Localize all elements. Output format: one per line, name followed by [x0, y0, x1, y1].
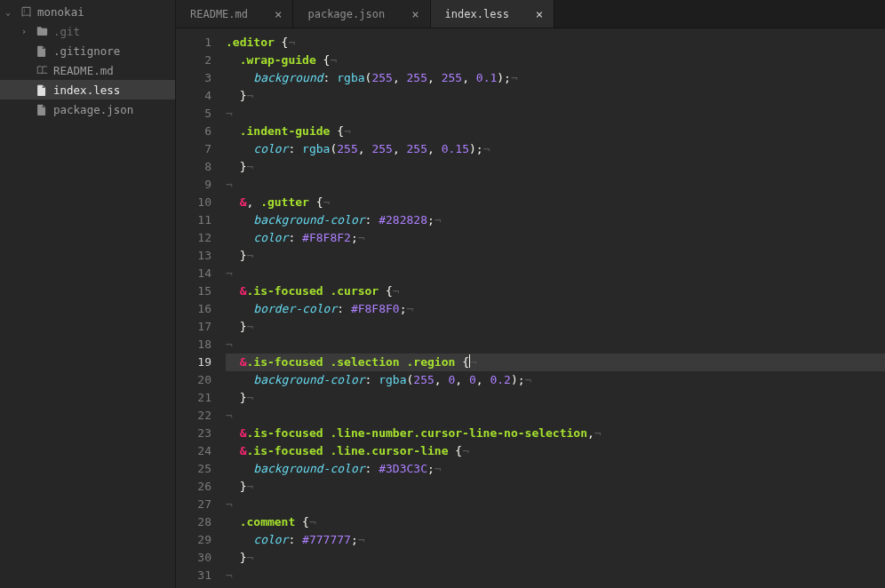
line-number: 17: [176, 318, 211, 336]
tab-packagejson[interactable]: package.json ×: [293, 0, 430, 28]
code-line[interactable]: &, .gutter {¬: [226, 194, 885, 211]
code-line[interactable]: ¬: [226, 105, 885, 123]
code-line[interactable]: color: rgba(255, 255, 255, 0.15);¬: [226, 140, 885, 158]
tree-item-label: index.less: [53, 83, 120, 97]
line-number: 14: [176, 265, 211, 282]
line-number: 27: [176, 496, 211, 513]
close-icon[interactable]: ×: [536, 8, 543, 20]
tab-label: package.json: [307, 8, 385, 20]
line-number: 15: [176, 282, 211, 300]
file-icon: [36, 45, 48, 57]
code-line[interactable]: }¬: [226, 247, 885, 265]
file-icon: [36, 84, 48, 96]
code-line[interactable]: background: rgba(255, 255, 255, 0.1);¬: [226, 69, 885, 87]
line-number: 29: [176, 531, 211, 549]
tree-item-label: package.json: [53, 103, 133, 116]
code-line[interactable]: .comment {¬: [226, 513, 885, 531]
line-number: 31: [176, 567, 211, 584]
line-number: 24: [176, 442, 211, 460]
code-line[interactable]: ¬: [226, 336, 885, 354]
chevron-down-icon: ⌄: [5, 7, 14, 17]
tree-item-label: .git: [53, 25, 80, 38]
file-icon: [36, 104, 48, 115]
line-number-gutter: 1234567891011121314151617181920212223242…: [176, 28, 220, 588]
line-number: 7: [176, 140, 211, 158]
line-number: 11: [176, 211, 211, 229]
code-line[interactable]: ¬: [226, 407, 885, 425]
code-line[interactable]: ¬: [226, 265, 885, 282]
project-root-label: monokai: [37, 5, 84, 19]
code-line[interactable]: }¬: [226, 158, 885, 176]
code-line[interactable]: ¬: [226, 176, 885, 194]
tree-folder-git[interactable]: › .git: [0, 21, 175, 41]
line-number: 28: [176, 513, 211, 531]
code-line[interactable]: background-color: rgba(255, 0, 0, 0.2);¬: [226, 371, 885, 389]
tab-label: index.less: [445, 8, 509, 20]
tab-indexless[interactable]: index.less ×: [431, 0, 555, 28]
folder-icon: [36, 26, 48, 36]
line-number: 6: [176, 123, 211, 140]
code-line[interactable]: ¬: [226, 567, 885, 584]
line-number: 2: [176, 52, 211, 69]
file-tree-sidebar: ⌄ monokai › .git .gitignore README.md in…: [0, 0, 176, 588]
line-number: 19: [176, 354, 211, 371]
line-number: 25: [176, 460, 211, 478]
close-icon[interactable]: ×: [275, 8, 282, 20]
close-icon[interactable]: ×: [411, 8, 419, 20]
line-number: 23: [176, 425, 211, 442]
line-number: 22: [176, 407, 211, 425]
code-line[interactable]: }¬: [226, 478, 885, 496]
code-line[interactable]: }¬: [226, 87, 885, 105]
line-number: 30: [176, 549, 211, 567]
repo-icon: [20, 6, 32, 18]
editor-main: README.md × package.json × index.less × …: [176, 0, 885, 588]
line-number: 18: [176, 336, 211, 354]
project-root-row[interactable]: ⌄ monokai: [0, 2, 175, 21]
line-number: 26: [176, 478, 211, 496]
tab-bar: README.md × package.json × index.less ×: [176, 0, 885, 28]
line-number: 9: [176, 176, 211, 194]
tree-item-label: .gitignore: [53, 44, 120, 58]
code-line[interactable]: color: #F8F8F2;¬: [226, 229, 885, 247]
code-area[interactable]: .editor {¬ .wrap-guide {¬ background: rg…: [220, 28, 885, 588]
line-number: 20: [176, 371, 211, 389]
line-number: 3: [176, 69, 211, 87]
line-number: 1: [176, 34, 211, 52]
line-number: 21: [176, 389, 211, 407]
book-icon: [36, 65, 48, 75]
line-number: 5: [176, 105, 211, 123]
line-number: 8: [176, 158, 211, 176]
code-line[interactable]: border-color: #F8F8F0;¬: [226, 300, 885, 318]
code-line[interactable]: .indent-guide {¬: [226, 123, 885, 140]
code-line[interactable]: }¬: [226, 318, 885, 336]
tree-file-readme[interactable]: README.md: [0, 60, 175, 80]
code-editor[interactable]: 1234567891011121314151617181920212223242…: [176, 28, 885, 588]
code-line[interactable]: &.is-focused .line-number.cursor-line-no…: [226, 425, 885, 442]
code-line[interactable]: .editor {¬: [226, 34, 885, 52]
code-line[interactable]: background-color: #282828;¬: [226, 211, 885, 229]
line-number: 4: [176, 87, 211, 105]
tree-file-gitignore[interactable]: .gitignore: [0, 41, 175, 60]
code-line[interactable]: &.is-focused .cursor {¬: [226, 282, 885, 300]
code-line[interactable]: &.is-focused .line.cursor-line {¬: [226, 442, 885, 460]
tree-item-label: README.md: [53, 64, 114, 77]
line-number: 16: [176, 300, 211, 318]
code-line[interactable]: }¬: [226, 389, 885, 407]
chevron-right-icon: ›: [21, 27, 30, 36]
code-line[interactable]: &.is-focused .selection .region {¬: [226, 354, 885, 371]
line-number: 13: [176, 247, 211, 265]
line-number: 12: [176, 229, 211, 247]
tree-file-packagejson[interactable]: package.json: [0, 99, 175, 119]
code-line[interactable]: background-color: #3D3C3C;¬: [226, 460, 885, 478]
code-line[interactable]: .wrap-guide {¬: [226, 52, 885, 69]
code-line[interactable]: ¬: [226, 496, 885, 513]
code-line[interactable]: color: #777777;¬: [226, 531, 885, 549]
tree-file-indexless[interactable]: index.less: [0, 80, 175, 99]
line-number: 10: [176, 194, 211, 211]
tab-label: README.md: [190, 8, 248, 20]
code-line[interactable]: }¬: [226, 549, 885, 567]
tab-readme[interactable]: README.md ×: [176, 0, 293, 28]
